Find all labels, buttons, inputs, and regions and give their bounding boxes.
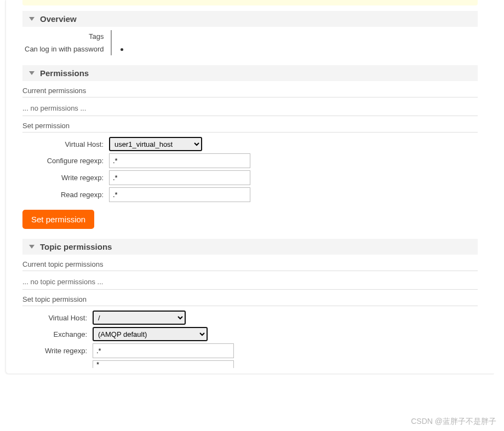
read-label: Read regexp:	[22, 191, 104, 199]
topic-permissions-body: Current topic permissions ... no topic p…	[22, 260, 478, 368]
topic-permissions-title: Topic permissions	[40, 242, 472, 251]
read-input[interactable]	[109, 187, 250, 202]
login-label: Can log in with password	[22, 43, 111, 55]
chevron-down-icon	[29, 17, 35, 21]
no-permissions-text: ... no permissions ...	[22, 102, 478, 114]
tags-value	[111, 30, 133, 43]
permissions-title: Permissions	[40, 68, 472, 78]
divider	[22, 116, 478, 116]
section-header-overview[interactable]: Overview	[22, 11, 478, 27]
section-header-permissions[interactable]: Permissions	[22, 65, 478, 81]
vhost-select[interactable]: user1_virtual_host	[109, 137, 202, 151]
exchange-select[interactable]: (AMQP default)	[93, 327, 208, 341]
divider	[22, 132, 478, 133]
exchange-label: Exchange:	[22, 330, 87, 338]
permissions-body: Current permissions ... no permissions .…	[22, 87, 478, 229]
vhost-label: Virtual Host:	[22, 140, 104, 148]
divider	[22, 97, 478, 97]
tags-label: Tags	[22, 30, 111, 43]
topic-vhost-select[interactable]: /	[93, 311, 186, 325]
overview-body: Tags Can log in with password	[22, 30, 478, 55]
topic-write-input[interactable]	[93, 343, 234, 358]
topic-write-label: Write regexp:	[22, 347, 87, 355]
write-label: Write regexp:	[22, 174, 104, 182]
chevron-down-icon	[29, 71, 35, 75]
overview-title: Overview	[40, 14, 472, 24]
current-permissions-label: Current permissions	[22, 87, 478, 95]
chevron-down-icon	[29, 245, 35, 249]
dot-icon	[121, 48, 123, 51]
write-input[interactable]	[109, 170, 250, 185]
divider	[22, 306, 478, 306]
current-topic-permissions-label: Current topic permissions	[22, 260, 478, 268]
notice-bar	[22, 0, 478, 5]
configure-input[interactable]	[109, 153, 250, 168]
login-value	[111, 43, 133, 55]
set-topic-permission-label: Set topic permission	[22, 295, 478, 303]
configure-label: Configure regexp:	[22, 157, 104, 165]
divider	[22, 289, 478, 290]
topic-vhost-label: Virtual Host:	[22, 314, 87, 322]
topic-read-input[interactable]	[93, 360, 234, 368]
section-header-topic-permissions[interactable]: Topic permissions	[22, 239, 478, 255]
set-permission-label: Set permission	[22, 122, 478, 130]
set-permission-button[interactable]: Set permission	[22, 210, 94, 229]
divider	[22, 271, 478, 271]
no-topic-permissions-text: ... no topic permissions ...	[22, 275, 478, 288]
